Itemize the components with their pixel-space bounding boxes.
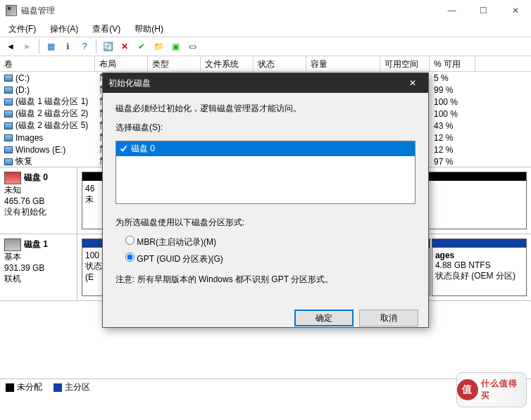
gpt-option[interactable]: GPT (GUID 分区表)(G) — [125, 253, 416, 265]
legend-unalloc-icon — [6, 383, 14, 392]
disk1-status: 基本 — [4, 251, 73, 263]
col-pct[interactable]: % 可用 — [430, 56, 475, 71]
gpt-radio[interactable] — [125, 253, 135, 262]
disk0-title: 磁盘 0 — [24, 172, 48, 182]
disk-select-list[interactable]: 磁盘 0 — [115, 141, 416, 204]
app-icon — [6, 5, 17, 16]
back-button[interactable]: ◄ — [3, 39, 18, 54]
disk1-title: 磁盘 1 — [24, 239, 48, 249]
select-disk-label: 选择磁盘(S): — [115, 122, 416, 134]
disk0-init: 没有初始化 — [4, 206, 73, 218]
cancel-button[interactable]: 取消 — [359, 310, 418, 326]
window-titlebar: 磁盘管理 — ☐ ✕ — [0, 0, 531, 21]
col-capacity[interactable]: 容量 — [306, 56, 380, 71]
check-button[interactable]: ✔ — [134, 39, 149, 54]
menu-action[interactable]: 操作(A) — [46, 22, 82, 37]
disk0-label: 磁盘 0 — [131, 143, 155, 155]
mbr-option[interactable]: MBR(主启动记录)(M) — [125, 236, 416, 248]
dialog-close-button[interactable]: ✕ — [403, 73, 423, 93]
disk-error-icon — [4, 172, 21, 184]
menu-file[interactable]: 文件(F) — [4, 22, 40, 37]
disk-select-item[interactable]: 磁盘 0 — [116, 141, 415, 156]
dialog-titlebar[interactable]: 初始化磁盘 ✕ — [103, 73, 428, 93]
disk-icon — [4, 238, 21, 251]
properties-button[interactable]: ℹ — [60, 39, 75, 54]
disk1-size: 931.39 GB — [4, 263, 73, 273]
minimize-button[interactable]: — — [436, 0, 468, 21]
disk0-checkbox[interactable] — [119, 144, 128, 153]
folder-button[interactable]: 📁 — [151, 39, 166, 54]
disk0-status: 未知 — [4, 184, 73, 196]
maximize-button[interactable]: ☐ — [468, 0, 499, 21]
partition-style-label: 为所选磁盘使用以下磁盘分区形式: — [115, 217, 416, 229]
toolbar: ◄ ► ▦ ℹ ? 🔄 ✕ ✔ 📁 ▣ ▭ — [0, 37, 531, 56]
initialize-disk-dialog: 初始化磁盘 ✕ 磁盘必须经过初始化，逻辑磁盘管理器才能访问。 选择磁盘(S): … — [102, 72, 429, 328]
dialog-note: 注意: 所有早期版本的 Windows 都不识别 GPT 分区形式。 — [115, 274, 416, 286]
list-header: 卷 布局 类型 文件系统 状态 容量 可用空间 % 可用 — [0, 56, 531, 72]
legend: 未分配 主分区 — [0, 378, 531, 395]
extra-button[interactable]: ▭ — [185, 39, 200, 54]
legend-primary: 主分区 — [65, 382, 90, 392]
menu-view[interactable]: 查看(V) — [88, 22, 125, 37]
col-fs[interactable]: 文件系统 — [201, 56, 254, 71]
disk0-size: 465.76 GB — [4, 196, 73, 206]
col-type[interactable]: 类型 — [148, 56, 201, 71]
view-list-button[interactable]: ▦ — [43, 39, 58, 54]
col-volume[interactable]: 卷 — [0, 56, 95, 71]
new-button[interactable]: ▣ — [168, 39, 183, 54]
mbr-radio[interactable] — [125, 236, 135, 245]
menu-bar: 文件(F) 操作(A) 查看(V) 帮助(H) — [0, 21, 531, 37]
legend-primary-icon — [54, 383, 62, 392]
col-status[interactable]: 状态 — [254, 56, 306, 71]
watermark-icon: 值 — [457, 379, 478, 400]
col-free[interactable]: 可用空间 — [380, 56, 430, 71]
disk1-p4[interactable]: ages 4.88 GB NTFS 状态良好 (OEM 分区) — [432, 238, 527, 296]
watermark-text: 什么值得买 — [481, 378, 526, 402]
forward-button[interactable]: ► — [20, 39, 35, 54]
disk0-info: 磁盘 0 未知 465.76 GB 没有初始化 — [0, 167, 77, 234]
window-title: 磁盘管理 — [21, 5, 436, 17]
menu-help[interactable]: 帮助(H) — [130, 22, 168, 37]
dialog-message: 磁盘必须经过初始化，逻辑磁盘管理器才能访问。 — [115, 103, 416, 115]
legend-unalloc: 未分配 — [17, 382, 42, 392]
help-button[interactable]: ? — [77, 39, 92, 54]
ok-button[interactable]: 确定 — [294, 310, 354, 326]
watermark-logo: 值 什么值得买 — [456, 372, 527, 407]
disk1-init: 联机 — [4, 273, 73, 285]
close-button[interactable]: ✕ — [499, 0, 531, 21]
delete-button[interactable]: ✕ — [117, 39, 132, 54]
refresh-button[interactable]: 🔄 — [100, 39, 115, 54]
dialog-title: 初始化磁盘 — [108, 77, 403, 89]
col-layout[interactable]: 布局 — [95, 56, 148, 71]
disk1-info: 磁盘 1 基本 931.39 GB 联机 — [0, 234, 77, 300]
